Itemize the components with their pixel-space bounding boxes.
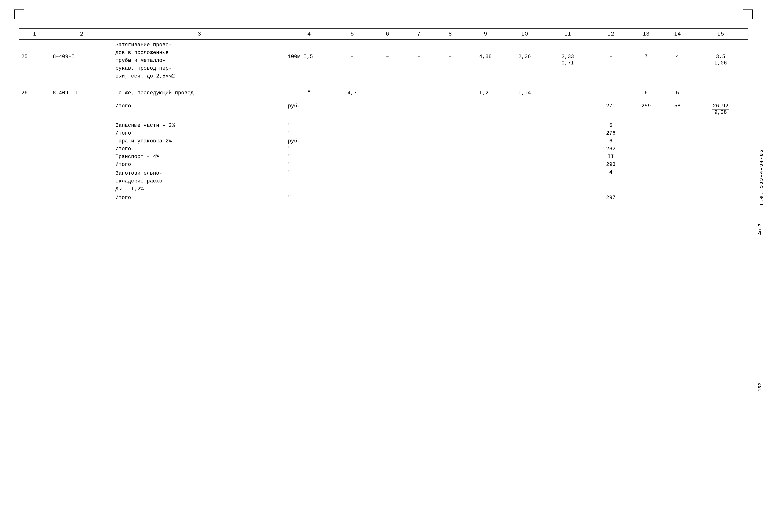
summary-tara-col11: 6 [591,137,630,145]
corner-bracket-tr [743,9,753,19]
summary-itogo3-col11: 282 [591,145,630,153]
summary-empty [630,137,748,145]
summary-empty [332,153,591,161]
summary-zagot-unit: " [285,168,332,194]
col-header-1: I [19,29,50,39]
summary-empty [630,194,748,202]
summary-itogo1-num: 26,92 [712,103,729,109]
summary-itogo2-label: Итого [113,129,285,137]
summary-col1 [19,153,50,161]
cell-25-9: 4,88 [466,39,505,82]
summary-itogo5-col11: 297 [591,194,630,202]
cell-25-15: 3,5 I,06 [693,39,748,82]
summary-empty [332,102,591,117]
cell-26-7: – [403,89,435,97]
table-header-row: I 2 3 4 5 6 7 8 9 IO II I2 I3 I4 I5 [19,29,748,39]
table-row: 26 8–409–II То же, последующий провод " … [19,89,748,97]
summary-col1 [19,194,50,202]
main-table: I 2 3 4 5 6 7 8 9 IO II I2 I3 I4 I5 25 8… [19,28,748,202]
cell-25-11-num: 2,33 [561,54,575,60]
summary-transport: Транспорт – 4% " II [19,153,748,161]
col-header-3: 3 [113,29,285,39]
cell-26-15: – [693,89,748,97]
summary-zapas-unit: " [285,122,332,129]
summary-zagot-label: Заготовительно- складские расхо- ды – I,… [113,168,285,194]
col-header-7: 7 [403,29,435,39]
summary-itogo-4: Итого " 293 [19,161,748,168]
summary-tara-label: Тара и упаковка 2% [113,137,285,145]
summary-col1 [19,102,50,117]
summary-empty [332,145,591,153]
summary-empty [630,129,748,137]
summary-col2 [50,137,113,145]
summary-empty [332,168,591,194]
cell-26-13: 6 [630,89,662,97]
summary-empty [630,122,748,129]
col-header-8: 8 [435,29,466,39]
col-header-14: I4 [662,29,693,39]
cell-25-4: 100м I,5 [285,39,332,82]
summary-tara-unit: руб. [285,137,332,145]
summary-itogo1-den: 9,28 [714,109,727,116]
side-label-top: Т.е. 503-4-34-85 [759,149,764,206]
summary-col1 [19,129,50,137]
summary-col2 [50,161,113,168]
summary-itogo3-label: Итого [113,145,285,153]
summary-transport-label: Транспорт – 4% [113,153,285,161]
summary-itogo-2: Итого " 276 [19,129,748,137]
cell-25-15-den: I,06 [714,60,727,66]
summary-col2 [50,122,113,129]
summary-zapas-col11: 5 [591,122,630,129]
cell-26-14: 5 [662,89,693,97]
summary-tara: Тара и упаковка 2% руб. 6 [19,137,748,145]
page: Т.е. 503-4-34-85 Ап.7 132 I 2 3 4 5 6 7 … [0,0,767,532]
summary-col2 [50,194,113,202]
corner-bracket-tl [14,9,24,19]
summary-zagot: Заготовительно- складские расхо- ды – I,… [19,168,748,194]
side-label-mid: Ап.7 [757,223,763,235]
summary-label-itogo1: Итого [113,102,285,117]
summary-empty [630,161,748,168]
col-header-12: I2 [591,29,630,39]
cell-25-3: Затягивание прово- дов в проложенные тру… [113,39,285,82]
cell-25-5: – [332,39,372,82]
summary-itogo-3: Итого " 282 [19,145,748,153]
summary-col1 [19,137,50,145]
summary-col2 [50,168,113,194]
cell-26-8: – [435,89,466,97]
summary-itogo3-unit: " [285,145,332,153]
summary-col1 [19,161,50,168]
spacer-row [19,117,748,122]
summary-itogo4-label: Итого [113,161,285,168]
col-header-9: 9 [466,29,505,39]
cell-26-2: 8–409–II [50,89,113,97]
cell-26-3: То же, последующий провод [113,89,285,97]
summary-empty [332,194,591,202]
summary-col2 [50,153,113,161]
cell-26-1: 26 [19,89,50,97]
col-header-6: 6 [372,29,403,39]
cell-26-10: I,I4 [505,89,544,97]
summary-col1 [19,122,50,129]
summary-itogo1-col12: 259 [630,102,662,117]
cell-26-12: – [591,89,630,97]
summary-itogo1-col11: 27I [591,102,630,117]
col-header-5: 5 [332,29,372,39]
cell-25-11-den: 0,7I [561,60,575,66]
cell-25-6: – [372,39,403,82]
summary-empty [332,122,591,129]
summary-empty [630,153,748,161]
summary-zapas-label: Запасные части – 2% [113,122,285,129]
summary-unit-itogo1: руб. [285,102,332,117]
cell-26-9: I,2I [466,89,505,97]
cell-25-12: – [591,39,630,82]
summary-itogo-1: Итого руб. 27I 259 58 26,92 9,28 [19,102,748,117]
cell-25-2: 8–409–I [50,39,113,82]
col-header-13: I3 [630,29,662,39]
cell-25-1: 25 [19,39,50,82]
summary-col2 [50,129,113,137]
summary-transport-unit: " [285,153,332,161]
summary-itogo4-col11: 293 [591,161,630,168]
cell-25-10: 2,36 [505,39,544,82]
summary-col2 [50,145,113,153]
